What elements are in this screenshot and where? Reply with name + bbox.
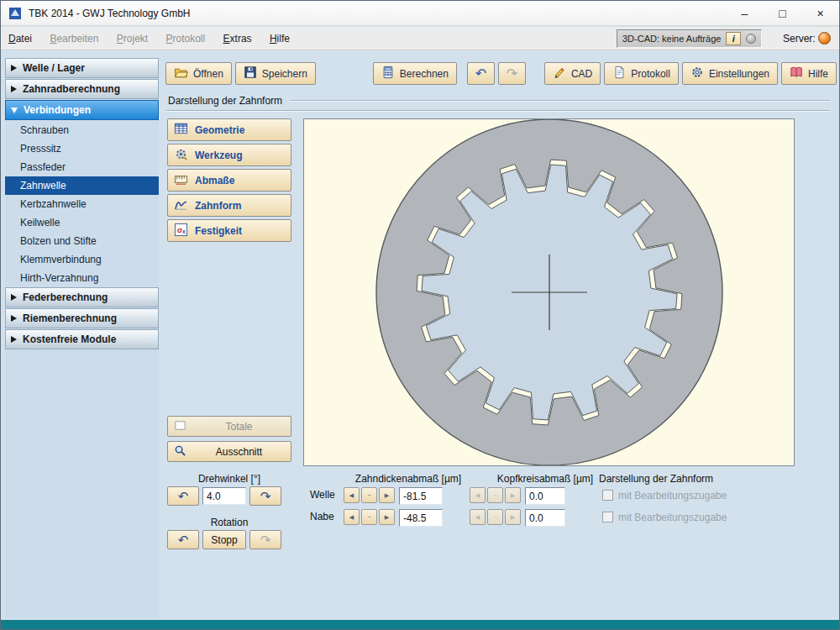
kopfkreis-welle-input[interactable]	[525, 487, 565, 505]
sidebar-item-passfeder[interactable]: Passfeder	[5, 158, 159, 176]
sidebar-item-kerbzahnwelle[interactable]: Kerbzahnwelle	[5, 195, 159, 213]
help-book-icon	[790, 66, 803, 81]
window-title: TBK 2014 - GWJ Technology GmbH	[29, 1, 191, 26]
table-grid-icon	[174, 122, 188, 139]
gear-drawing-canvas	[303, 118, 795, 466]
redo-icon: ↷	[507, 67, 517, 81]
sidebar-section-riemenberechnung[interactable]: Riemenberechnung	[5, 308, 159, 328]
zahndicken-welle-input[interactable]	[399, 487, 443, 505]
full-view-icon	[174, 419, 186, 434]
rotate-ccw-button[interactable]: ↶	[167, 486, 199, 506]
help-button[interactable]: Hilfe	[781, 62, 837, 85]
magnifier-icon	[174, 444, 186, 459]
chevron-right-icon	[11, 86, 17, 92]
window-controls: – □ ×	[726, 1, 839, 26]
close-button[interactable]: ×	[801, 1, 839, 26]
festigkeit-button-label: Festigkeit	[195, 225, 242, 237]
rotation-ccw-button[interactable]: ↶	[167, 530, 199, 549]
chevron-right-icon	[11, 294, 17, 301]
geometrie-button[interactable]: Geometrie	[167, 118, 291, 141]
calculate-button-label: Berechnen	[400, 68, 449, 80]
spline-gear-drawing	[304, 119, 794, 465]
kopfkreis-nabe-spinner: ◀ − ▶	[470, 509, 521, 525]
cad-pencil-icon	[553, 66, 566, 81]
decrement-button[interactable]: ◀	[344, 487, 360, 503]
welle-label: Welle	[310, 489, 335, 501]
divider	[166, 110, 830, 112]
sidebar-item-hirth-verzahnung[interactable]: Hirth-Verzahnung	[5, 269, 159, 287]
festigkeit-button[interactable]: σx Festigkeit	[167, 219, 291, 242]
save-button[interactable]: Speichern	[235, 62, 316, 85]
minimize-button[interactable]: –	[726, 1, 764, 26]
decrement-button[interactable]: ◀	[344, 509, 360, 525]
drehwinkel-label: Drehwinkel [°]	[167, 473, 291, 485]
document-icon	[612, 66, 626, 81]
darstellung-label: Darstellung der Zahnform	[599, 473, 713, 485]
save-button-label: Speichern	[262, 68, 307, 80]
stopp-button[interactable]: Stopp	[202, 530, 246, 549]
kopfkreis-nabe-input[interactable]	[525, 509, 565, 527]
increment-button: ▶	[505, 509, 521, 525]
drehwinkel-input[interactable]	[202, 487, 246, 505]
calculate-button[interactable]: Berechnen	[373, 62, 457, 85]
sidebar-item-presssitz[interactable]: Presssitz	[5, 139, 159, 158]
kopfkreis-label: Kopfkreisabmaß [µm]	[478, 473, 612, 485]
sidebar-item-klemmverbindung[interactable]: Klemmverbindung	[5, 250, 159, 269]
server-led	[818, 32, 831, 45]
open-button[interactable]: Öffnen	[165, 62, 232, 85]
reset-button[interactable]: −	[361, 487, 377, 503]
zahnform-button-label: Zahnform	[195, 200, 241, 212]
sidebar-item-bolzen-und-stifte[interactable]: Bolzen und Stifte	[5, 232, 159, 250]
bottom-bar	[1, 620, 839, 629]
rotate-cw-button[interactable]: ↷	[249, 486, 281, 506]
zahndicken-label: Zahndickenabmaß [µm]	[337, 473, 480, 485]
decrement-button: ◀	[470, 487, 486, 503]
chevron-right-icon	[11, 315, 17, 322]
settings-button[interactable]: Einstellungen	[682, 62, 778, 85]
sidebar-section-kostenfreie-module[interactable]: Kostenfreie Module	[5, 329, 159, 349]
sidebar-item-zahnwelle[interactable]: Zahnwelle	[5, 176, 159, 195]
chevron-down-icon	[11, 108, 18, 113]
sidebar-section-federberechnung[interactable]: Federberechnung	[5, 287, 159, 307]
werkzeug-button[interactable]: Werkzeug	[167, 144, 291, 166]
cad-button[interactable]: CAD	[544, 62, 601, 85]
redo-button: ↷	[498, 62, 526, 85]
zahndicken-nabe-spinner: ◀ − ▶	[344, 509, 395, 525]
sidebar-item-schrauben[interactable]: Schrauben	[5, 121, 159, 139]
sidebar-item-keilwelle[interactable]: Keilwelle	[5, 213, 159, 232]
sigma-icon: σx	[174, 223, 188, 239]
tool-gear-icon	[174, 147, 188, 164]
zahnform-button[interactable]: Zahnform	[167, 194, 291, 217]
menu-datei[interactable]: Datei	[1, 27, 39, 50]
protocol-button[interactable]: Protokoll	[604, 62, 679, 85]
main-content: Öffnen Speichern Berechnen ↶ ↷ CAD	[162, 58, 835, 618]
menu-hilfe[interactable]: Hilfe	[262, 27, 297, 50]
nabe-label: Nabe	[310, 511, 334, 522]
titlebar: TBK 2014 - GWJ Technology GmbH – □ ×	[1, 1, 839, 26]
decrement-button: ◀	[470, 509, 486, 525]
reset-button[interactable]: −	[361, 509, 377, 525]
totale-button-label: Totale	[193, 421, 285, 433]
sidebar-section-welle-lager[interactable]: Welle / Lager	[5, 58, 159, 78]
maximize-button[interactable]: □	[764, 1, 801, 26]
tooth-profile-icon	[174, 197, 188, 214]
sidebar: Welle / Lager Zahnradberechnung Verbindu…	[5, 58, 159, 618]
undo-button[interactable]: ↶	[467, 62, 495, 85]
increment-button[interactable]: ▶	[379, 509, 395, 525]
ausschnitt-button[interactable]: Ausschnitt	[167, 441, 291, 462]
abmasse-button[interactable]: Abmaße	[167, 169, 291, 192]
info-button[interactable]: i	[726, 32, 741, 45]
menu-extras[interactable]: Extras	[216, 27, 260, 50]
chevron-right-icon	[11, 336, 17, 343]
sidebar-section-verbindungen[interactable]: Verbindungen	[5, 100, 159, 120]
section-label: Zahnradberechnung	[23, 83, 120, 95]
cad-status-box: 3D-CAD: keine Aufträge i	[617, 29, 762, 48]
app-window: TBK 2014 - GWJ Technology GmbH – □ × Dat…	[0, 0, 840, 630]
zahndicken-nabe-input[interactable]	[399, 509, 443, 527]
sidebar-section-zahnradberechnung[interactable]: Zahnradberechnung	[5, 79, 159, 99]
bearbeitungszugabe-label-2: mit Bearbeitungszugabe	[618, 512, 727, 523]
increment-button[interactable]: ▶	[379, 487, 395, 503]
reset-button: −	[487, 487, 503, 503]
werkzeug-button-label: Werkzeug	[195, 150, 242, 161]
page-title: Darstellung der Zahnform	[168, 95, 282, 107]
